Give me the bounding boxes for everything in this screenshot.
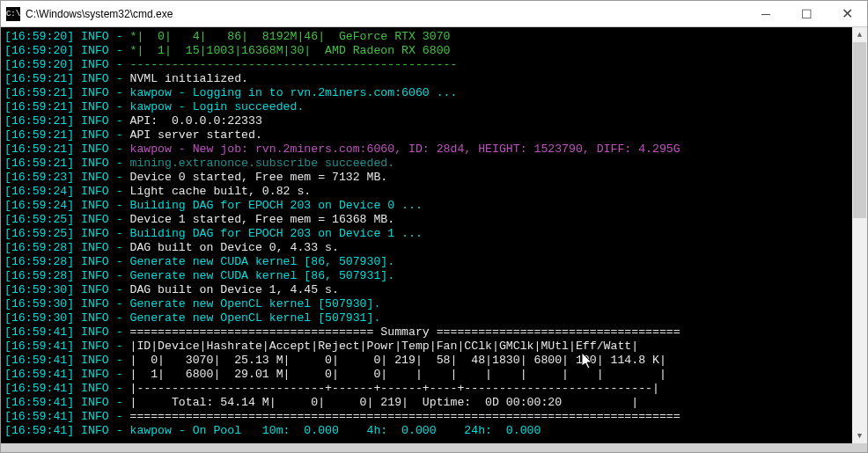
- log-line: [16:59:20] INFO - *| 0| 4| 86| 8192M|46|…: [4, 30, 864, 44]
- log-line: [16:59:41] INFO - | 0| 3070| 25.13 M| 0|…: [4, 354, 864, 368]
- taskbar-strip: [1, 443, 867, 452]
- log-line: [16:59:21] INFO - NVML initialized.: [4, 72, 864, 86]
- scrollbar-thumb[interactable]: [853, 42, 866, 218]
- scroll-up-icon[interactable]: ▲: [852, 27, 867, 42]
- log-line: [16:59:41] INFO - | 1| 6800| 29.01 M| 0|…: [4, 368, 864, 382]
- log-line: [16:59:21] INFO - kawpow - Login succeed…: [4, 100, 864, 114]
- log-line: [16:59:28] INFO - Generate new CUDA kern…: [4, 255, 864, 269]
- log-line: [16:59:21] INFO - API server started.: [4, 128, 864, 142]
- log-line: [16:59:41] INFO - |---------------------…: [4, 382, 864, 396]
- maximize-button[interactable]: ☐: [786, 1, 827, 26]
- terminal-area[interactable]: [16:59:20] INFO - *| 0| 4| 86| 8192M|46|…: [1, 27, 867, 443]
- log-line: [16:59:30] INFO - Generate new OpenCL ke…: [4, 311, 864, 325]
- log-line: [16:59:28] INFO - DAG built on Device 0,…: [4, 241, 864, 255]
- log-line: [16:59:20] INFO - *| 1| 15|1003|16368M|3…: [4, 44, 864, 58]
- log-line: [16:59:41] INFO - ======================…: [4, 325, 864, 340]
- scroll-down-icon[interactable]: ▼: [852, 428, 867, 443]
- log-line: [16:59:30] INFO - DAG built on Device 1,…: [4, 283, 864, 297]
- log-line: [16:59:41] INFO - kawpow - On Pool 10m: …: [4, 424, 864, 438]
- log-line: [16:59:25] INFO - Device 1 started, Free…: [4, 213, 864, 227]
- minimize-button[interactable]: ─: [746, 1, 786, 26]
- log-line: [16:59:24] INFO - Light cache built, 0.8…: [4, 185, 864, 199]
- log-line: [16:59:21] INFO - API: 0.0.0.0:22333: [4, 114, 864, 128]
- log-line: [16:59:30] INFO - Generate new OpenCL ke…: [4, 297, 864, 311]
- cursor-icon: [582, 353, 594, 370]
- log-line: [16:59:25] INFO - Building DAG for EPOCH…: [4, 227, 864, 241]
- scrollbar[interactable]: ▲ ▼: [852, 27, 867, 443]
- cmd-icon: C:\: [6, 7, 20, 21]
- log-line: [16:59:41] INFO - ======================…: [4, 410, 864, 424]
- log-line: [16:59:21] INFO - kawpow - Logging in to…: [4, 86, 864, 100]
- terminal-output: [16:59:20] INFO - *| 0| 4| 86| 8192M|46|…: [4, 30, 864, 438]
- log-line: [16:59:24] INFO - Building DAG for EPOCH…: [4, 199, 864, 213]
- log-line: [16:59:41] INFO - | Total: 54.14 M| 0| 0…: [4, 396, 864, 410]
- window-title: C:\Windows\system32\cmd.exe: [26, 8, 746, 20]
- log-line: [16:59:28] INFO - Generate new CUDA kern…: [4, 269, 864, 283]
- close-button[interactable]: ✕: [827, 1, 867, 26]
- cmd-window: C:\ C:\Windows\system32\cmd.exe ─ ☐ ✕ [1…: [0, 0, 868, 453]
- log-line: [16:59:21] INFO - mining.extranonce.subs…: [4, 157, 864, 171]
- titlebar[interactable]: C:\ C:\Windows\system32\cmd.exe ─ ☐ ✕: [1, 1, 867, 27]
- log-line: [16:59:20] INFO - ----------------------…: [4, 58, 864, 72]
- log-line: [16:59:21] INFO - kawpow - New job: rvn.…: [4, 142, 864, 157]
- log-line: [16:59:23] INFO - Device 0 started, Free…: [4, 171, 864, 185]
- window-controls: ─ ☐ ✕: [746, 1, 867, 26]
- log-line: [16:59:41] INFO - |ID|Device|Hashrate|Ac…: [4, 340, 864, 354]
